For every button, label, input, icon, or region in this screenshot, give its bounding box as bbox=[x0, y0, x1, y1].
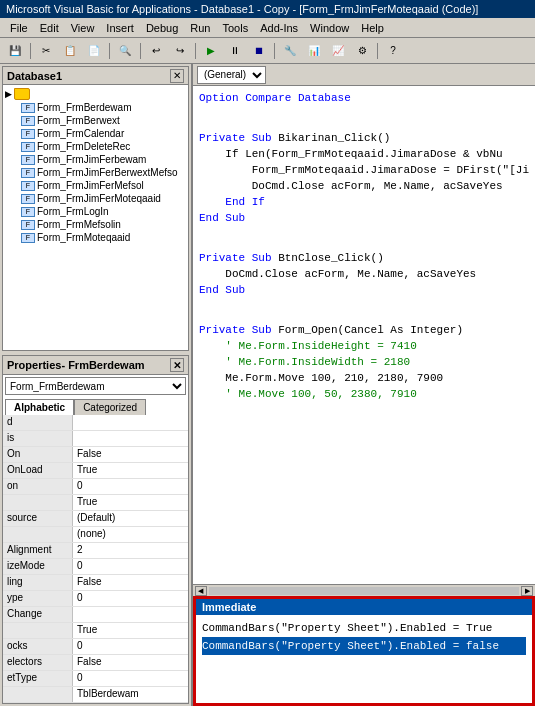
menu-tools[interactable]: Tools bbox=[216, 20, 254, 36]
tree-label-2: Form_FrmCalendar bbox=[37, 128, 124, 139]
scroll-right[interactable]: ▶ bbox=[521, 586, 533, 596]
code-line-docmd1: DoCmd.Close acForm, Me.Name, acSaveYes bbox=[199, 178, 529, 194]
tree-item-1[interactable]: F Form_FrmBerwext bbox=[5, 114, 186, 127]
tab-alphabetic[interactable]: Alphabetic bbox=[5, 399, 74, 415]
immediate-title: Immediate bbox=[202, 601, 256, 613]
tree-item-10[interactable]: F Form_FrmMoteqaaid bbox=[5, 231, 186, 244]
prop-row-izemode: izeMode 0 bbox=[3, 559, 188, 575]
help-button[interactable]: ? bbox=[382, 41, 404, 61]
horizontal-scrollbar[interactable]: ◀ ▶ bbox=[193, 584, 535, 596]
undo-button[interactable]: ↩ bbox=[145, 41, 167, 61]
menu-bar: File Edit View Insert Debug Run Tools Ad… bbox=[0, 18, 535, 38]
properties-header: Properties- FrmBerdewam ✕ bbox=[3, 356, 188, 375]
prop-val-d bbox=[73, 415, 188, 430]
properties-selector[interactable]: Form_FrmBerdewam bbox=[5, 377, 186, 395]
prop-row-source: source (Default) bbox=[3, 511, 188, 527]
pause-button[interactable]: ⏸ bbox=[224, 41, 246, 61]
code-content[interactable]: Option Compare Database Private Sub Bika… bbox=[193, 86, 535, 584]
main-layout: Database1 ✕ ▶ F Form_FrmBerdewam F Form_… bbox=[0, 64, 535, 706]
redo-button[interactable]: ↪ bbox=[169, 41, 191, 61]
form-icon-3: F bbox=[21, 142, 35, 152]
code-line-move1: Me.Form.Move 100, 210, 2180, 7900 bbox=[199, 370, 529, 386]
menu-help[interactable]: Help bbox=[355, 20, 390, 36]
prop-key-ocks: ocks bbox=[3, 639, 73, 654]
menu-window[interactable]: Window bbox=[304, 20, 355, 36]
run-button[interactable]: ▶ bbox=[200, 41, 222, 61]
form-icon-8: F bbox=[21, 207, 35, 217]
tree-item-8[interactable]: F Form_FrmLogIn bbox=[5, 205, 186, 218]
code-header: (General) bbox=[193, 64, 535, 86]
stop-button[interactable]: ⏹ bbox=[248, 41, 270, 61]
immediate-line-2[interactable]: CommandBars("Property Sheet").Enabled = … bbox=[202, 637, 526, 655]
immediate-line-1[interactable]: CommandBars("Property Sheet").Enabled = … bbox=[202, 619, 526, 637]
code-line-docmd2: DoCmd.Close acForm, Me.Name, acSaveYes bbox=[199, 266, 529, 282]
tree-item-6[interactable]: F Form_FrmJimFerMefsol bbox=[5, 179, 186, 192]
menu-debug[interactable]: Debug bbox=[140, 20, 184, 36]
prop-key-empty4 bbox=[3, 687, 73, 702]
menu-insert[interactable]: Insert bbox=[100, 20, 140, 36]
tree-label-5: Form_FrmJimFerBerwextMefso bbox=[37, 167, 178, 178]
scroll-left[interactable]: ◀ bbox=[195, 586, 207, 596]
paste-button[interactable]: 📄 bbox=[83, 41, 105, 61]
form-icon-9: F bbox=[21, 220, 35, 230]
menu-view[interactable]: View bbox=[65, 20, 101, 36]
prop-row-true: True bbox=[3, 495, 188, 511]
copy-button[interactable]: 📋 bbox=[59, 41, 81, 61]
tree-label-9: Form_FrmMefsolin bbox=[37, 219, 121, 230]
prop-row-ocks: ocks 0 bbox=[3, 639, 188, 655]
tree-item-0[interactable]: F Form_FrmBerdewam bbox=[5, 101, 186, 114]
tool2-button[interactable]: 📊 bbox=[303, 41, 325, 61]
prop-val-alignment: 2 bbox=[73, 543, 188, 558]
prop-row-none: (none) bbox=[3, 527, 188, 543]
prop-row-on: On False bbox=[3, 447, 188, 463]
code-blank-5 bbox=[199, 298, 529, 310]
prop-val-ocks: 0 bbox=[73, 639, 188, 654]
properties-panel: Properties- FrmBerdewam ✕ Form_FrmBerdew… bbox=[2, 355, 189, 704]
prop-key-empty1 bbox=[3, 495, 73, 510]
separator-3 bbox=[140, 43, 141, 59]
code-blank-1 bbox=[199, 106, 529, 118]
prop-val-tbl: TblBerdewam bbox=[73, 687, 188, 702]
tree-item-4[interactable]: F Form_FrmJimFerbewam bbox=[5, 153, 186, 166]
code-dropdown-left[interactable]: (General) bbox=[197, 66, 266, 84]
menu-run[interactable]: Run bbox=[184, 20, 216, 36]
code-line-sub2: Private Sub BtnClose_Click() bbox=[199, 250, 529, 266]
cut-button[interactable]: ✂ bbox=[35, 41, 57, 61]
tool4-button[interactable]: ⚙ bbox=[351, 41, 373, 61]
expand-icon: ▶ bbox=[5, 89, 12, 99]
prop-key-d: d bbox=[3, 415, 73, 430]
immediate-panel: Immediate CommandBars("Property Sheet").… bbox=[193, 596, 535, 706]
find-button[interactable]: 🔍 bbox=[114, 41, 136, 61]
tree-item-5[interactable]: F Form_FrmJimFerBerwextMefso bbox=[5, 166, 186, 179]
immediate-content[interactable]: CommandBars("Property Sheet").Enabled = … bbox=[196, 615, 532, 659]
code-blank-3 bbox=[199, 226, 529, 238]
tree-content[interactable]: ▶ F Form_FrmBerdewam F Form_FrmBerwext F… bbox=[3, 85, 188, 350]
form-icon-1: F bbox=[21, 116, 35, 126]
code-line-comment3: ' Me.Move 100, 50, 2380, 7910 bbox=[199, 386, 529, 402]
project-tree: Database1 ✕ ▶ F Form_FrmBerdewam F Form_… bbox=[2, 66, 189, 351]
prop-val-is bbox=[73, 431, 188, 446]
props-table[interactable]: d is On False OnLoad True on 0 bbox=[3, 415, 188, 703]
prop-key-empty2 bbox=[3, 527, 73, 542]
menu-file[interactable]: File bbox=[4, 20, 34, 36]
project-tree-close[interactable]: ✕ bbox=[170, 69, 184, 83]
tree-item-9[interactable]: F Form_FrmMefsolin bbox=[5, 218, 186, 231]
tab-categorized[interactable]: Categorized bbox=[74, 399, 146, 415]
menu-addins[interactable]: Add-Ins bbox=[254, 20, 304, 36]
prop-row-ling: ling False bbox=[3, 575, 188, 591]
prop-key-alignment: Alignment bbox=[3, 543, 73, 558]
tree-item-7[interactable]: F Form_FrmJimFerMoteqaaid bbox=[5, 192, 186, 205]
tree-item-2[interactable]: F Form_FrmCalendar bbox=[5, 127, 186, 140]
tool3-button[interactable]: 📈 bbox=[327, 41, 349, 61]
title-bar: Microsoft Visual Basic for Applications … bbox=[0, 0, 535, 18]
tool1-button[interactable]: 🔧 bbox=[279, 41, 301, 61]
save-button[interactable]: 💾 bbox=[4, 41, 26, 61]
code-blank-2 bbox=[199, 118, 529, 130]
title-text: Microsoft Visual Basic for Applications … bbox=[6, 3, 478, 15]
prop-row-d: d bbox=[3, 415, 188, 431]
code-line-comment1: ' Me.Form.InsideHeight = 7410 bbox=[199, 338, 529, 354]
menu-edit[interactable]: Edit bbox=[34, 20, 65, 36]
form-icon-4: F bbox=[21, 155, 35, 165]
tree-item-3[interactable]: F Form_FrmDeleteRec bbox=[5, 140, 186, 153]
properties-close[interactable]: ✕ bbox=[170, 358, 184, 372]
